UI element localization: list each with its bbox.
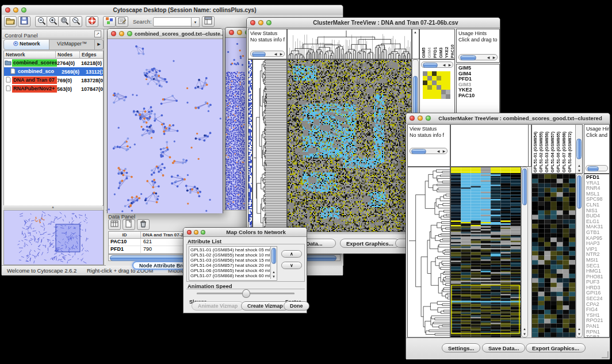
gene-list-vscroll[interactable]: ▲ ▼ <box>576 174 583 338</box>
scroll-thumb[interactable] <box>271 248 276 264</box>
scroll-left-arrow[interactable]: ◀ <box>441 63 447 67</box>
move-up-button[interactable]: ∧ <box>281 250 302 258</box>
heatmap-canvas[interactable] <box>451 167 521 337</box>
attribute-listbox[interactable]: GPL51-01 (GSM854) heat shock 05 minGPL51… <box>189 246 277 281</box>
close-button[interactable] <box>229 30 234 35</box>
tab-vizmapper[interactable]: VizMapper™ <box>49 40 94 49</box>
column-label[interactable]: GPL51-06 (GSM865) <box>556 125 561 173</box>
annotation-button[interactable] <box>116 16 128 27</box>
treeview-combined-titlebar[interactable]: ClusterMaker TreeView : combined_scores_… <box>406 113 610 124</box>
gene-label[interactable]: PAC10 <box>458 93 499 99</box>
scroll-thumb[interactable] <box>252 52 266 57</box>
scroll-thumb[interactable] <box>411 149 426 154</box>
close-button[interactable] <box>410 116 415 121</box>
minimize-button[interactable] <box>237 30 242 35</box>
heatmap-vscroll[interactable]: ▲ ▼ <box>521 167 528 338</box>
netview2-titlebar[interactable] <box>225 28 246 38</box>
scroll-thumb[interactable] <box>522 168 527 205</box>
column-header-id[interactable]: ID <box>109 232 141 239</box>
zoom-fit-button[interactable] <box>58 16 71 27</box>
search-dropdown-icon[interactable]: ▾ <box>191 17 200 27</box>
scroll-thumb[interactable] <box>576 139 582 159</box>
column-label[interactable]: GIM3 <box>438 29 444 58</box>
float-panel-icon[interactable]: ↗ <box>94 30 101 37</box>
usage-hints-hscroll[interactable]: ◀ ▶ <box>458 54 498 60</box>
attribute-browser-button[interactable] <box>202 16 215 27</box>
column-label[interactable]: GPL51-03 (GSM856) <box>544 125 550 173</box>
open-file-button[interactable] <box>4 16 17 27</box>
scroll-left-arrow[interactable]: ◀ <box>435 150 441 153</box>
scroll-up-arrow[interactable]: ▲ <box>522 327 527 331</box>
column-label[interactable]: GPL51-04 (GSM857) <box>550 125 556 173</box>
network-table-row[interactable]: DNA and Tran 07769(0)183728(0) <box>4 76 103 85</box>
delete-attribute-button[interactable] <box>137 219 150 230</box>
zoom-in-button[interactable] <box>47 16 59 27</box>
thumbnail-hscroll[interactable]: ◀ ▶ <box>421 62 453 68</box>
usage-hints-hscroll[interactable] <box>586 165 608 171</box>
column-label[interactable]: GPL51-02 (GSM855) <box>538 125 544 173</box>
attribute-item[interactable]: GPL51-04 (GSM857) heat shock 20 min <box>190 263 270 268</box>
select-attributes-button[interactable] <box>108 219 121 230</box>
gene-labels[interactable]: GIM5GIM4PFD1GIM3YKE2PAC10 <box>457 64 499 99</box>
column-header-nodes[interactable]: Nodes <box>56 51 80 59</box>
button-export-graphics[interactable]: Export Graphics... <box>526 343 586 352</box>
zoom-button[interactable] <box>266 20 271 25</box>
attribute-item[interactable]: GPL51-03 (GSM856) heat shock 15 min <box>190 258 270 263</box>
column-label[interactable]: GPL51-07 (GSM868) <box>561 125 567 173</box>
close-button[interactable] <box>187 230 192 235</box>
scroll-down-arrow[interactable]: ▼ <box>576 169 582 173</box>
zoom-button[interactable] <box>127 31 132 36</box>
netview-titlebar[interactable]: combined_scores_good.txt--cluste... <box>108 29 223 39</box>
column-labels[interactable]: GIM5GIM4PFD1GIM3YKE2PAC10 <box>421 29 455 58</box>
move-down-button[interactable]: ∨ <box>281 262 302 269</box>
network-overview-canvas[interactable] <box>4 210 102 263</box>
network-table-row[interactable]: RNAPuberNov2+563(0)107847(0) <box>4 85 103 93</box>
close-button[interactable] <box>250 20 255 25</box>
scroll-left-arrow[interactable]: ◀ <box>485 56 491 59</box>
zoom-button[interactable] <box>21 7 26 13</box>
minimize-button[interactable] <box>194 230 198 235</box>
new-attribute-button[interactable] <box>123 219 135 230</box>
minimize-button[interactable] <box>119 31 124 36</box>
save-session-button[interactable] <box>18 16 30 27</box>
done-button[interactable]: Done <box>284 301 309 311</box>
gene-labels[interactable]: PFD1YRA1RNR4MSL1SPC98CLN1NIS1BUD4ELG1MAK… <box>584 174 609 338</box>
column-dendrogram-canvas[interactable] <box>288 29 411 59</box>
column-label[interactable]: PAC10 <box>450 29 455 58</box>
button-export-graphics[interactable]: Export Graphics... <box>340 239 400 248</box>
attribute-list-vscroll[interactable]: ▲ ▼ <box>270 247 277 279</box>
plugin-manager-button[interactable] <box>103 16 116 27</box>
animate-vizmap-button[interactable]: Animate Vizmap <box>192 301 244 311</box>
scroll-right-arrow[interactable]: ▶ <box>447 63 453 67</box>
attribute-item[interactable]: GPL51-02 (GSM855) heat shock 10 min <box>190 252 270 258</box>
create-vizmap-button[interactable]: Create Vizmap <box>241 301 289 311</box>
treeview-dna-titlebar[interactable]: ClusterMaker TreeView : DNA and Tran 07-… <box>247 18 500 28</box>
scroll-up-arrow[interactable]: ▲ <box>576 164 582 167</box>
close-button[interactable] <box>5 7 10 13</box>
scroll-thumb[interactable] <box>577 175 582 209</box>
network-table-row[interactable]: combined_sco2569(6)13112(15) <box>4 67 103 76</box>
panel-splitter[interactable]: ▲ <box>3 205 102 209</box>
scroll-up-arrow[interactable]: ▲ <box>576 327 582 331</box>
network-canvas-back[interactable] <box>225 38 246 217</box>
zoom-selected-button[interactable] <box>70 16 82 27</box>
column-labels[interactable]: GPL51-01 (GSM854)GPL51-02 (GSM855)GPL51-… <box>533 124 573 173</box>
similarity-matrix[interactable] <box>423 71 450 99</box>
tab-network[interactable]: ⦿ Network <box>4 40 49 49</box>
view-status-hscroll[interactable]: ◀ ▶ <box>250 51 285 57</box>
attribute-item[interactable]: GPL51-06 (GSM865) heat shock 40 min <box>190 268 270 273</box>
scroll-up-arrow[interactable]: ▲ <box>412 30 418 34</box>
view-status-hscroll[interactable]: ◀ ▶ <box>410 148 447 154</box>
heatmap-canvas[interactable] <box>288 60 411 232</box>
scroll-right-arrow[interactable]: ▶ <box>278 52 284 56</box>
resize-grip[interactable] <box>602 351 609 358</box>
column-header-edges[interactable]: Edges <box>80 51 103 59</box>
help-button[interactable] <box>86 16 98 27</box>
minimize-button[interactable] <box>258 20 263 25</box>
scroll-down-arrow[interactable]: ▼ <box>522 332 527 336</box>
scroll-right-arrow[interactable]: ▶ <box>441 150 447 153</box>
speed-slider-thumb[interactable] <box>242 289 250 298</box>
global-pixel-strip[interactable] <box>248 59 253 232</box>
tab-overflow-arrow[interactable]: ▶ <box>94 40 103 49</box>
row-dendrogram-canvas[interactable] <box>253 60 286 232</box>
